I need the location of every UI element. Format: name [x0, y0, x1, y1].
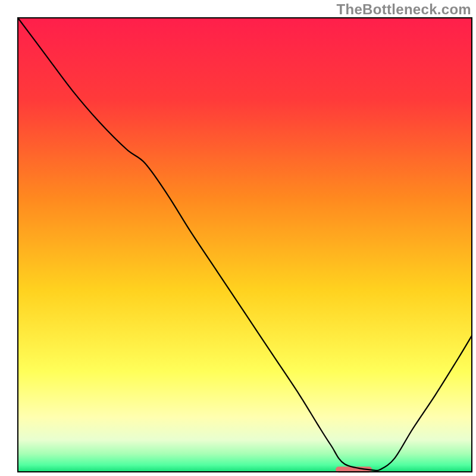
chart-canvas: TheBottleneck.com: [0, 0, 476, 476]
chart-background: [18, 18, 472, 472]
chart-svg: [0, 0, 476, 476]
